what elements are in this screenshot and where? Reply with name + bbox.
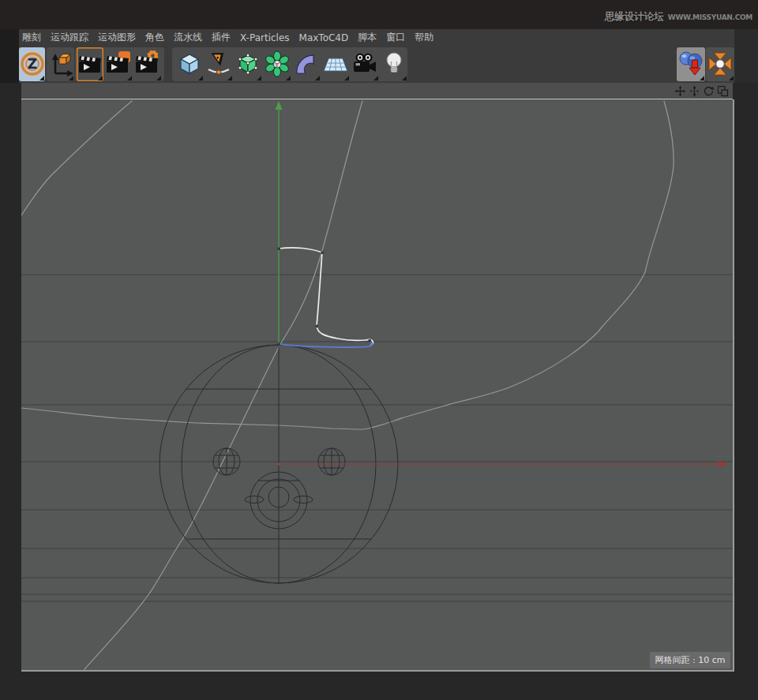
submenu-corner [127,76,132,80]
toggle-view-icon[interactable] [717,85,729,97]
submenu-corner [69,76,73,80]
spline-pen-button[interactable] [205,47,233,81]
outline-curve-diagonal [84,101,362,669]
cinema4d-window: 思缘设计论坛 WWW.MISSYUAN.COM 雕刻运动跟踪运动图形角色流水线插… [0,0,758,700]
watermark-site-url: WWW.MISSYUAN.COM [668,13,752,21]
camera-icon [351,51,378,77]
toolbar: Z [0,46,758,83]
render-settings-button[interactable] [133,47,162,81]
menu-item-1[interactable]: 雕刻 [22,31,41,44]
submenu-corner [286,76,291,80]
menu-item-8[interactable]: MaxToC4D [299,32,349,43]
editable-mesh-icon [235,51,261,77]
rotate-view-icon[interactable] [703,85,715,97]
render-view-icon [77,51,104,77]
render-view-button[interactable] [77,47,103,81]
mograph-array-button[interactable] [263,47,291,81]
submenu-corner [315,76,320,80]
render-region-icon [105,51,132,77]
cube-primitive-button[interactable] [175,47,204,81]
muzzle-right-ring [294,496,313,503]
simulate-spheres-icon [677,51,704,77]
grid-spacing-label: 网格间距 : 10 cm [650,652,730,668]
spline-pen-icon [205,51,232,77]
submenu-corner [257,76,261,80]
viewport-header[interactable] [21,83,733,99]
light-icon [381,51,407,77]
viewport-scene [21,99,733,670]
goz-button[interactable]: Z [19,47,45,81]
submenu-corner [344,76,349,80]
goz-icon: Z [20,51,47,77]
menu-item-7[interactable]: X-Particles [240,32,290,43]
submenu-corner [227,76,232,80]
viewport[interactable]: 网格间距 : 10 cm [21,99,734,672]
submenu-corner [373,76,378,80]
menu-item-9[interactable]: 脚本 [358,31,377,44]
axis-scale-icon [47,51,74,77]
render-settings-icon [134,51,161,77]
spline-point-origin [278,343,281,346]
spline-point-3 [316,325,319,328]
spline-point-4 [369,339,372,343]
floor-plane-icon [322,51,349,77]
submenu-corner [198,76,203,80]
menubar: 雕刻运动跟踪运动图形角色流水线插件X-ParticlesMaxToC4D脚本窗口… [19,29,734,46]
spline-point-2 [321,252,325,255]
menu-item-6[interactable]: 插件 [212,31,231,44]
menu-item-11[interactable]: 帮助 [415,31,433,44]
menu-item-2[interactable]: 运动跟踪 [51,31,88,44]
particles-emitter-button[interactable] [706,47,734,81]
submenu-corner [98,76,103,80]
axis-origin-dot [278,463,280,466]
outline-curve-topleft [21,101,132,215]
camera-button[interactable] [351,47,379,81]
muzzle-left-ring [245,496,264,503]
pan-view-icon[interactable] [674,85,686,97]
mograph-array-icon [264,51,291,77]
menu-item-4[interactable]: 角色 [145,31,164,44]
simulate-spheres-button[interactable] [677,47,705,81]
menu-item-5[interactable]: 流水线 [174,31,202,44]
deformer-bend-button[interactable] [292,47,321,81]
light-button[interactable] [380,47,407,81]
axis-scale-button[interactable] [47,47,74,81]
svg-text:Z: Z [28,56,37,72]
submenu-corner [156,76,161,80]
render-region-button[interactable] [104,47,133,81]
submenu-corner [39,76,44,80]
submenu-corner [700,76,704,80]
submenu-corner [402,76,407,80]
menu-item-3[interactable]: 运动图形 [98,31,136,44]
editable-mesh-button[interactable] [234,47,262,81]
floor-plane-button[interactable] [321,47,350,81]
y-axis-arrow [276,101,283,110]
cube-primitive-icon [176,51,203,77]
submenu-corner [729,76,734,80]
spline-point-1 [278,248,281,251]
titlebar: 思缘设计论坛 WWW.MISSYUAN.COM [0,0,758,29]
deformer-bend-icon [293,51,320,77]
dolly-view-icon[interactable] [689,85,700,97]
watermark-site-name: 思缘设计论坛 [605,10,664,22]
watermark: 思缘设计论坛 WWW.MISSYUAN.COM [605,8,752,24]
profile-spline [279,248,373,345]
menu-item-10[interactable]: 窗口 [386,31,405,44]
particles-emitter-icon [707,51,734,77]
